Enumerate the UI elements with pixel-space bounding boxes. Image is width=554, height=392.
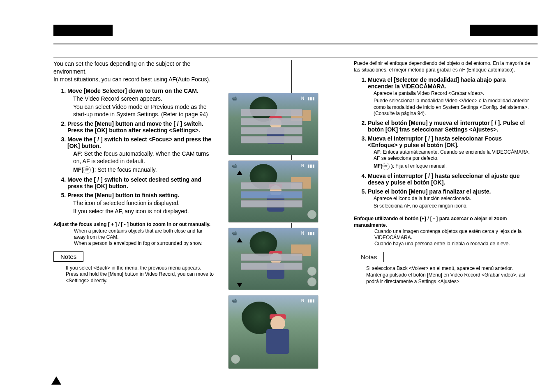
intro-es: Puede definir el enfoque dependiendo del… bbox=[354, 60, 530, 73]
head-icon bbox=[270, 316, 285, 331]
note1-en: If you select <Back> in the menu, the pr… bbox=[66, 265, 214, 272]
step1-en-title: Move [Mode Selector] down to turn on the… bbox=[67, 88, 199, 94]
step3-es: Mueva el interruptor [ / ] hasta selecci… bbox=[368, 135, 530, 170]
notes-list-en: If you select <Back> in the menu, the pr… bbox=[66, 265, 214, 284]
menu-item bbox=[241, 127, 302, 134]
step3-en-title: Move the [ / ] switch to select <Focus> … bbox=[67, 136, 211, 149]
header-right-bar bbox=[470, 25, 538, 36]
step2-es: Pulse el botón [Menu] y mueva el interru… bbox=[368, 120, 530, 133]
sub-rule bbox=[53, 58, 538, 58]
battery-icon: ▮▮▮ bbox=[307, 96, 316, 101]
menu-item bbox=[241, 136, 302, 143]
focus-case2-es: Cuando haya una persona entre la niebla … bbox=[374, 241, 530, 247]
mf-label-es: MF( bbox=[374, 163, 382, 169]
focus-case2-en: When a person is enveloped in fog or sur… bbox=[74, 240, 214, 247]
note2-es: Mantenga pulsado el botón [Menu] en Vide… bbox=[366, 272, 530, 285]
focus-case1-en: When a picture contains objects that are… bbox=[74, 228, 214, 240]
rec-indicator-2: N bbox=[300, 96, 305, 101]
battery-icon: ▮▮▮ bbox=[307, 164, 316, 168]
step5-es-sub1: Aparece el icono de la función seleccion… bbox=[374, 196, 530, 202]
focus-case1-es: Cuando una imagen contenga objetos que e… bbox=[374, 228, 530, 241]
header-bars bbox=[53, 25, 538, 36]
video-icon: 📹 bbox=[231, 231, 238, 235]
video-icon: 📹 bbox=[231, 164, 238, 168]
mf-body-en: : Set the focus manually. bbox=[94, 166, 157, 173]
step3-en-af: AF: Set the focus automatically. When th… bbox=[73, 150, 214, 165]
menu-item bbox=[241, 200, 302, 208]
step4-es-title: Mueva el interruptor [ / ] hasta selecci… bbox=[368, 173, 520, 186]
af-body-en: : Set the focus automatically. When the … bbox=[73, 150, 209, 164]
figure-2: 2 📹 N ▮▮▮ bbox=[228, 93, 319, 155]
mf-icon bbox=[382, 163, 390, 170]
step4-en: Move the [ / ] switch to select desired … bbox=[67, 176, 214, 189]
notes-list-es: Si selecciona Back <Volver> en el menú, … bbox=[366, 265, 530, 285]
step2-es-title: Pulse el botón [Menu] y mueva el interru… bbox=[368, 120, 525, 133]
child-figure bbox=[261, 316, 294, 365]
mf-post-es: ) bbox=[390, 163, 392, 169]
manual-focus-heading-es: Enfoque utilizando el botón [+] / [ - ] … bbox=[354, 216, 530, 228]
battery-icon: ▮▮▮ bbox=[307, 231, 316, 235]
steps-en: Move [Mode Selector] down to turn on the… bbox=[53, 88, 214, 215]
icon-bar-3: 📹 N ▮▮▮ bbox=[231, 162, 316, 169]
step1-es: Mueva el [Selector de modalidad] hacia a… bbox=[368, 76, 530, 117]
intro-en: You can set the focus depending on the s… bbox=[53, 60, 214, 83]
page-up-arrow-icon bbox=[51, 376, 61, 385]
step1-en-sub1: The Video Record screen appears. bbox=[73, 95, 214, 102]
intro-en-line1: You can set the focus depending on the s… bbox=[53, 60, 190, 75]
step1-es-sub1: Aparece la pantalla Video Record <Grabar… bbox=[374, 90, 530, 97]
figure-3: 3 📹 N ▮▮▮ bbox=[228, 160, 319, 223]
manual-focus-heading-en: Adjust the focus using [ + ] / [ - ] but… bbox=[53, 221, 214, 228]
step5-en: Press the [Menu] button to finish settin… bbox=[67, 192, 214, 215]
center-figures: 2 📹 N ▮▮▮ bbox=[228, 93, 319, 369]
rec-indicator-3: N bbox=[300, 164, 305, 168]
menu-item bbox=[241, 182, 302, 189]
spanish-column-inner: Puede definir el enfoque dependiendo del… bbox=[354, 60, 530, 285]
step3-en: Move the [ / ] switch to select <Focus> … bbox=[67, 136, 214, 174]
english-column-inner: You can set the focus depending on the s… bbox=[53, 60, 214, 284]
step3-es-title: Mueva el interruptor [ / ] hasta selecci… bbox=[368, 135, 502, 148]
icon-bar-4: 📹 N ▮▮▮ bbox=[231, 230, 316, 236]
mf-icon bbox=[83, 166, 91, 174]
rec-indicator-4: N bbox=[300, 231, 305, 235]
af-body-es: : Enfoca automáticamente. Cuando se enci… bbox=[374, 149, 530, 161]
video-icon: 📹 bbox=[231, 298, 238, 303]
step5-es-sub2: Si selecciona AF, no aparece ningún icon… bbox=[374, 203, 530, 210]
hand-icon bbox=[307, 267, 316, 276]
step5-en-title: Press the [Menu] button to finish settin… bbox=[67, 192, 179, 198]
body-icon bbox=[266, 329, 289, 354]
af-label-es: AF bbox=[374, 149, 380, 155]
steps-es: Mueva el [Selector de modalidad] hacia a… bbox=[354, 76, 530, 209]
top-rule bbox=[53, 44, 538, 60]
intro-en-line2: In most situations, you can record best … bbox=[53, 76, 210, 83]
menu-item bbox=[241, 254, 302, 261]
notes-box-en: Notes bbox=[53, 251, 83, 262]
video-icon: 📹 bbox=[231, 96, 238, 101]
note2-en: Press and hold the [Menu] button in Vide… bbox=[66, 271, 214, 284]
down-arrow-icon bbox=[237, 283, 242, 287]
menu-overlay-3 bbox=[241, 182, 302, 209]
mf-body-es: : Fija el enfoque manual. bbox=[393, 163, 447, 169]
menu-item bbox=[241, 118, 302, 125]
step2-en: Press the [Menu] button and move the [ /… bbox=[67, 120, 214, 134]
mf-label-en: MF( bbox=[73, 166, 83, 173]
up-arrow-icon bbox=[237, 171, 242, 175]
menu-overlay-4 bbox=[241, 254, 302, 272]
step3-en-mf: MF( ): Set the focus manually. bbox=[73, 166, 214, 174]
notes-box-es: Notas bbox=[354, 252, 384, 262]
step1-en: Move [Mode Selector] down to turn on the… bbox=[67, 88, 214, 118]
spanish-column: Puede definir el enfoque dependiendo del… bbox=[292, 60, 530, 285]
step4-en-title: Move the [ / ] switch to select desired … bbox=[67, 176, 201, 189]
step5-es: Pulse el botón [Menu] para finalizar el … bbox=[368, 188, 530, 209]
menu-item bbox=[241, 263, 302, 270]
icon-bar-2: 📹 N ▮▮▮ bbox=[231, 95, 316, 101]
figure-5: 5 📹 N ▮▮▮ bbox=[228, 295, 319, 369]
hand-icon bbox=[307, 277, 316, 286]
icon-bar-5: 📹 N ▮▮▮ bbox=[231, 297, 316, 304]
step1-es-sub2: Puede seleccionar la modalidad Video <Ví… bbox=[374, 98, 530, 117]
note1-es: Si selecciona Back <Volver> en el menú, … bbox=[366, 265, 530, 272]
step3-es-af: AF: Enfoca automáticamente. Cuando se en… bbox=[374, 149, 530, 162]
rec-indicator-5: N bbox=[300, 298, 305, 303]
af-label-en: AF bbox=[73, 150, 81, 157]
step2-en-titleB: Press the [OK] button after selecting <S… bbox=[67, 127, 200, 134]
step5-en-sub1: The icon of selected function is display… bbox=[73, 199, 214, 207]
